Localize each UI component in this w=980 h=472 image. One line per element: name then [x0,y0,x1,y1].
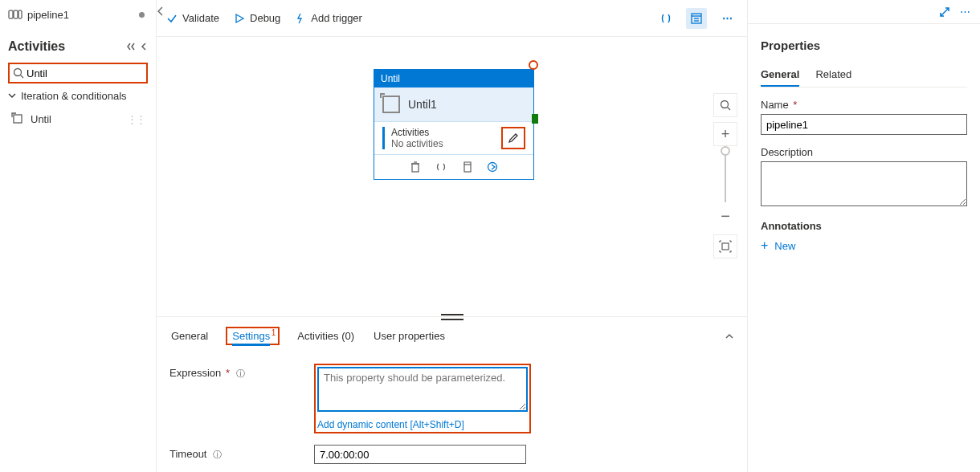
svg-rect-0 [9,10,13,18]
description-field-label: Description [761,146,967,158]
pipeline-icon [8,7,22,22]
tab-settings-badge: 1 [272,328,276,337]
code-view-button[interactable] [655,8,676,29]
props-tab-related[interactable]: Related [815,63,851,87]
tab-user-properties[interactable]: User properties [372,323,447,348]
add-annotation-button[interactable]: + New [761,238,967,253]
zoom-slider[interactable] [725,151,726,202]
svg-rect-5 [14,115,22,123]
svg-rect-18 [722,243,729,250]
tab-settings[interactable]: Settings 1 [226,327,280,345]
properties-toggle-button[interactable] [686,8,707,29]
svg-marker-6 [236,14,243,22]
edit-activities-button[interactable] [501,127,525,149]
timeout-input[interactable] [314,445,526,464]
node-section-subtitle: No activities [391,138,495,149]
until-node-icon [382,96,400,113]
delete-node-button[interactable] [408,160,423,174]
validate-label: Validate [182,12,219,24]
svg-rect-1 [14,10,18,18]
activity-group-header[interactable]: Iteration & conditionals [8,83,148,108]
node-code-button[interactable] [434,160,448,174]
expression-label: Expression [169,367,221,379]
debug-label: Debug [250,12,280,24]
canvas-search-button[interactable] [713,93,737,117]
copy-node-button[interactable] [459,160,474,174]
success-output-port[interactable] [532,114,538,124]
info-icon[interactable]: ⓘ [213,450,222,459]
plus-icon: + [761,238,768,253]
timeout-label: Timeout [169,448,206,460]
expand-node-button[interactable] [485,160,500,174]
panel-resize-handle[interactable] [441,314,463,317]
chevron-down-icon [8,92,16,100]
activities-search[interactable] [8,63,148,83]
svg-point-3 [14,69,22,76]
collapse-all-button[interactable] [127,41,148,52]
required-asterisk: * [226,367,230,379]
section-accent-bar [382,127,385,149]
add-dynamic-content-link[interactable]: Add dynamic content [Alt+Shift+D] [317,419,528,430]
svg-rect-14 [464,165,471,172]
unsaved-dot-icon [139,12,145,18]
debug-button[interactable]: Debug [234,12,280,24]
tab-activities[interactable]: Activities (0) [296,323,356,348]
add-trigger-label: Add trigger [311,12,362,24]
activity-item-until[interactable]: Until ⋮⋮ [8,108,148,130]
node-type-label: Until [374,70,533,87]
more-props-button[interactable]: ⋯ [960,6,970,18]
svg-line-17 [728,108,731,111]
add-trigger-button[interactable]: Add trigger [295,12,362,24]
name-field-label: Name [761,99,789,111]
activities-heading: Activities [8,39,65,54]
expand-panel-button[interactable] [939,6,950,18]
props-tab-general[interactable]: General [761,63,799,87]
pipeline-canvas[interactable]: Until Until1 Activities No activities [157,37,747,316]
tab-general[interactable]: General [169,323,210,348]
more-menu-button[interactable]: ⋯ [717,8,737,29]
add-annotation-label: New [774,240,795,252]
pipeline-tab-label: pipeline1 [27,9,69,21]
panel-collapse-button[interactable] [725,332,734,341]
trigger-icon [295,13,306,24]
drag-grip-icon: ⋮⋮ [127,113,145,125]
validation-error-icon [529,60,538,70]
zoom-to-fit-button[interactable] [713,234,737,258]
svg-rect-2 [18,10,22,18]
description-input[interactable] [761,161,967,206]
check-icon [166,13,178,24]
activity-group-label: Iteration & conditionals [21,90,127,102]
required-asterisk: * [793,99,797,111]
search-icon [13,67,24,79]
properties-heading: Properties [761,39,967,52]
pipeline-tab[interactable]: pipeline1 [8,2,148,27]
svg-point-16 [721,101,729,108]
validate-button[interactable]: Validate [166,12,219,24]
annotations-heading: Annotations [761,220,967,232]
info-icon[interactable]: ⓘ [236,368,245,378]
until-activity-node[interactable]: Until Until1 Activities No activities [374,69,534,180]
tab-settings-label: Settings [232,328,270,346]
svg-line-27 [941,8,949,16]
expression-input[interactable] [317,367,528,412]
node-section-title: Activities [391,127,495,138]
zoom-in-button[interactable]: + [713,122,737,146]
zoom-slider-thumb[interactable] [721,146,730,156]
activity-item-label: Until [31,113,51,125]
zoom-out-button[interactable]: − [717,207,734,225]
svg-rect-11 [412,164,419,172]
play-icon [234,13,245,24]
expression-field-highlight: Add dynamic content [Alt+Shift+D] [314,364,531,433]
svg-line-4 [21,75,24,79]
until-icon [11,112,24,125]
name-input[interactable] [761,114,967,135]
node-title: Until1 [408,98,437,111]
activities-search-input[interactable] [24,67,143,79]
